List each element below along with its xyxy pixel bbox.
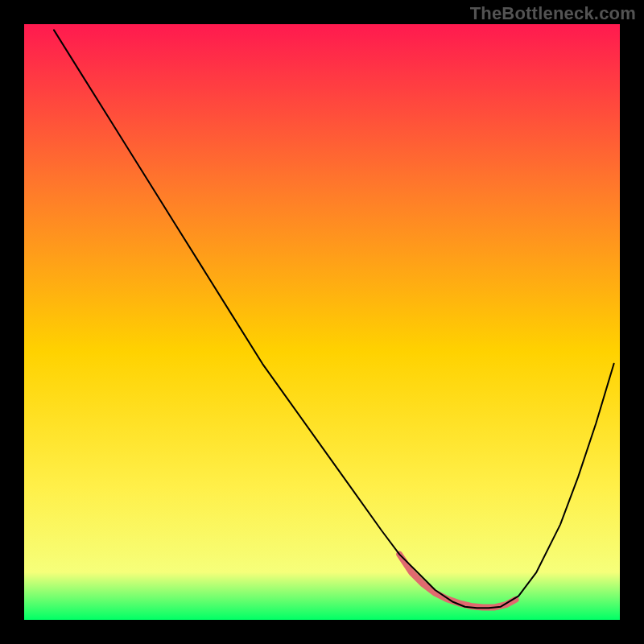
chart-root: TheBottleneck.com — [0, 0, 644, 644]
plot-background — [24, 24, 620, 620]
chart-svg — [0, 0, 644, 644]
watermark-text: TheBottleneck.com — [470, 3, 636, 24]
